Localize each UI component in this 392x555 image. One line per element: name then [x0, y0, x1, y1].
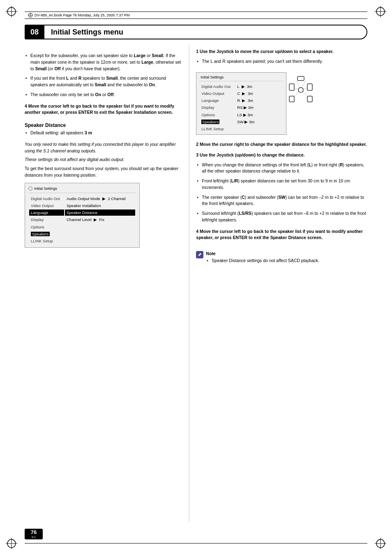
note-label: Note: [206, 251, 319, 256]
svg-rect-15: [297, 76, 304, 81]
speaker-distance-subheading: Speaker Distance: [25, 122, 182, 128]
menu-r-row-digital: Digital Audio Out L ▶ 3m: [200, 83, 283, 90]
step3-heading: 3 Use the Joystick (up/down) to change t…: [196, 152, 367, 159]
step4-heading: 4 Move the cursor left to go back to the…: [25, 103, 182, 116]
menu-title-left: Initial Settings: [28, 186, 136, 193]
menu-title-text-left: Initial Settings: [34, 186, 57, 191]
menu-row-options: Options: [29, 224, 135, 230]
default-setting: Default setting: all speakers 3 m: [25, 130, 182, 136]
svg-line-25: [294, 92, 299, 97]
menu-label-digital: Digital Audio Out: [29, 196, 64, 202]
menu-label-display: Display: [29, 216, 64, 223]
italic-note-2: These settings do not affect any digital…: [25, 157, 182, 163]
step3-bullet-1: When you change the distance settings of…: [196, 162, 367, 175]
step3-bullet-3: The center speaker (C) and subwoofer (SW…: [196, 194, 367, 207]
menu-col2-llink: [65, 238, 135, 244]
menu-r-col-rs: RS ▶ 3m: [235, 104, 283, 111]
corner-mark-bl: [3, 535, 20, 552]
menu-screenshot-right: Initial Settings Digital Audio Out L ▶ 3…: [196, 72, 286, 135]
bullet-1: Except for the subwoofer, you can set sp…: [25, 53, 182, 72]
menu-row-speakers: Speakers: [29, 231, 135, 237]
bottom-divider: [25, 543, 367, 543]
menu-col2-language: Speaker Distance: [65, 210, 135, 216]
menu-r-label-display: Display: [200, 104, 235, 111]
menu-col2-speakers: [65, 231, 135, 237]
menu-r-row-display: Display RS ▶ 3m: [200, 104, 283, 111]
menu-col2-options: [65, 224, 135, 230]
italic-note-1: You only need to make this setting if yo…: [25, 141, 182, 154]
menu-r-label-language: Language: [200, 97, 235, 104]
speaker-figure: [288, 76, 313, 105]
menu-r-row-video: Video Output C ▶ 3m: [200, 90, 283, 97]
note-pencil-icon: [197, 252, 203, 258]
menu-r-col-ls: LS ▶ 3m: [235, 112, 283, 118]
menu-r-row-llink: LLINK Setup: [200, 126, 283, 132]
svg-line-22: [302, 81, 306, 88]
svg-rect-19: [289, 96, 294, 102]
page-number-box: 76 En: [25, 529, 43, 539]
step1-bullet: The L and R speakers are paired; you can…: [196, 58, 367, 65]
step3-bullets: When you change the distance settings of…: [196, 162, 367, 223]
menu-title-text-right: Initial Settings: [201, 74, 224, 80]
menu-r-col-llink: [235, 126, 283, 132]
chapter-number: 08: [25, 25, 44, 39]
note-bullet: Speaker Distance settings do not affect …: [206, 258, 319, 264]
menu-r-col-l: L ▶ 3m: [235, 83, 283, 90]
menu-screenshot-right-wrapper: Initial Settings Digital Audio Out L ▶ 3…: [196, 70, 286, 139]
menu-icon-left: [28, 187, 32, 191]
menu-r-row-language: Language R ▶ 3m: [200, 97, 283, 104]
file-info-bar: DV-989_en.book Page 76 Monday, July 25, …: [25, 12, 367, 19]
svg-rect-17: [307, 84, 312, 90]
normal-text-1: To get the best surround sound from your…: [25, 166, 182, 179]
menu-row-language: Language Speaker Distance: [29, 210, 135, 216]
menu-label-llink: LLINK Setup: [29, 238, 64, 244]
chapter-title: Initial Settings menu: [44, 25, 367, 39]
svg-line-21: [296, 81, 300, 88]
note-box: Note Speaker Distance settings do not af…: [196, 248, 367, 269]
left-column: Except for the subwoofer, you can set sp…: [25, 44, 189, 522]
menu-table-right: Digital Audio Out L ▶ 3m Video Output C …: [199, 83, 284, 133]
menu-row-video: Video Output Speaker Installation: [29, 203, 135, 209]
svg-line-23: [294, 88, 298, 89]
svg-rect-20: [307, 96, 312, 102]
menu-r-label-speakers: Speakers: [200, 119, 235, 125]
corner-mark-br: [372, 535, 389, 552]
svg-line-26: [303, 92, 307, 97]
menu-r-row-options: Options LS ▶ 3m: [200, 112, 283, 118]
registration-mark-icon: [28, 13, 33, 18]
intro-bullets: Except for the subwoofer, you can set sp…: [25, 53, 182, 98]
menu-r-col-c: C ▶ 3m: [235, 90, 283, 97]
menu-col2-digital: Audio Output Mode ▶ 2 Channel: [65, 196, 135, 202]
menu-r-label-llink: LLINK Setup: [200, 126, 235, 132]
page-number: 76: [31, 529, 37, 535]
step1-heading: 1 Use the Joystick to move the cursor up…: [196, 48, 367, 55]
page-lang: En: [32, 535, 36, 539]
menu-title-right: Initial Settings: [199, 74, 284, 81]
menu-label-video: Video Output: [29, 203, 64, 209]
step3-bullet-2: Front left/right (L/R) speaker distances…: [196, 178, 367, 191]
corner-mark-tl: [3, 3, 20, 20]
menu-r-label-video: Video Output: [200, 90, 235, 97]
menu-label-options: Options: [29, 224, 64, 230]
menu-screenshot-left: Initial Settings Digital Audio Out Audio…: [25, 183, 140, 248]
menu-r-label-options: Options: [200, 112, 235, 118]
svg-line-24: [303, 88, 307, 89]
step2-heading: 2 Move the cursor right to change the sp…: [196, 141, 367, 148]
menu-r-col-sw: SW ▶ 3m: [235, 119, 283, 125]
menu-label-language: Language: [29, 210, 64, 216]
step1-bullets: The L and R speakers are paired; you can…: [196, 58, 367, 65]
chapter-header: 08 Initial Settings menu: [25, 25, 367, 39]
note-content: Note Speaker Distance settings do not af…: [206, 251, 319, 269]
menu-r-col-r: R ▶ 3m: [235, 97, 283, 104]
menu-row-llink: LLINK Setup: [29, 238, 135, 244]
menu-label-speakers: Speakers: [29, 231, 64, 237]
menu-table-left: Digital Audio Out Audio Output Mode ▶ 2 …: [28, 195, 136, 245]
svg-point-18: [298, 88, 303, 92]
menu-row-digital: Digital Audio Out Audio Output Mode ▶ 2 …: [29, 196, 135, 202]
note-bullets: Speaker Distance settings do not affect …: [206, 258, 319, 264]
menu-row-display: Display Channel Level ▶ Fix: [29, 216, 135, 223]
step4-right-heading: 4 Move the cursor left to go back to the…: [196, 228, 367, 242]
corner-mark-tr: [372, 3, 389, 20]
bullet-3: The subwoofer can only be set to On or O…: [25, 92, 182, 98]
file-info-text: DV-989_en.book Page 76 Monday, July 25, …: [35, 13, 130, 17]
